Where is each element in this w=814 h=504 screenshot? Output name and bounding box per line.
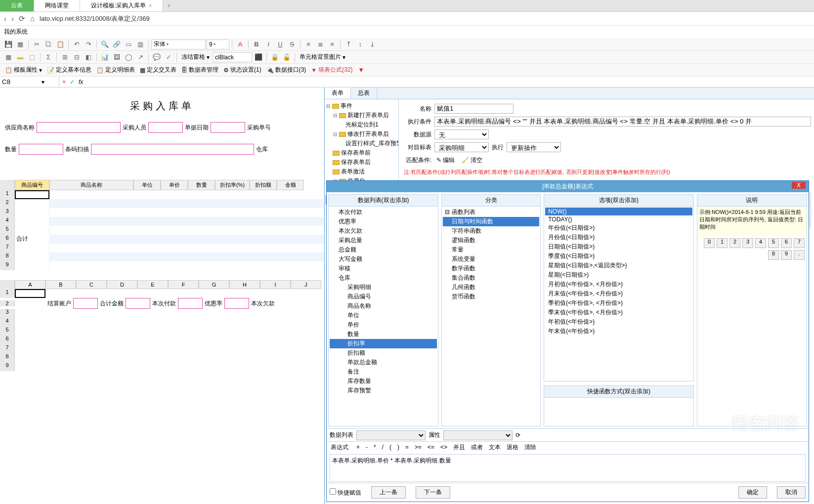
cell[interactable]	[15, 199, 49, 208]
col-header[interactable]: B	[45, 280, 76, 289]
tree-node[interactable]: 表单激活	[326, 167, 397, 176]
list-item[interactable]: 货币函数	[443, 292, 539, 301]
tree-root[interactable]: ⊟事件	[326, 101, 397, 111]
tree-node[interactable]: ⊟修改打开表单后	[326, 129, 397, 139]
def-detail-button[interactable]: 📋定义明细表	[94, 65, 137, 75]
next-button[interactable]: 下一条	[416, 486, 450, 499]
cell[interactable]	[15, 261, 49, 270]
tmpl-props-button[interactable]: 📋模板属性▾	[3, 65, 44, 75]
undo-icon[interactable]: ↶	[71, 40, 82, 49]
paste-icon[interactable]: 📋	[55, 40, 66, 49]
cancel-button[interactable]: 取消	[777, 486, 806, 499]
buyer-field[interactable]	[148, 122, 183, 133]
list-item[interactable]: 数量	[330, 330, 437, 339]
row-bg[interactable]	[49, 199, 324, 208]
list-item[interactable]: 季末值(<年份值>, <月份值>)	[545, 308, 692, 317]
row-bg[interactable]	[49, 244, 324, 252]
list-item[interactable]: 折扣额	[330, 348, 437, 358]
freeze-button[interactable]: 冻结窗格▾	[179, 52, 212, 62]
list-item[interactable]: 月份值(<日期值>)	[545, 233, 692, 242]
numpad-button[interactable]: 9	[781, 250, 792, 260]
link-icon[interactable]: 🔗	[111, 40, 122, 49]
row-bg[interactable]	[15, 309, 324, 318]
list-item[interactable]: 采购明细	[330, 283, 437, 292]
list-item[interactable]: 集合函数	[443, 273, 539, 283]
cell[interactable]	[15, 217, 49, 226]
list-item[interactable]: 单位	[330, 311, 437, 320]
size-select[interactable]: 9▾	[207, 40, 229, 49]
row-bg[interactable]	[15, 362, 324, 371]
list-item[interactable]: 数学函数	[443, 264, 539, 273]
active-cell[interactable]	[15, 289, 45, 298]
lock-icon[interactable]: 🔒	[269, 52, 280, 62]
op-button[interactable]: 清除	[524, 444, 536, 451]
list-item[interactable]: 审核	[330, 264, 437, 273]
row-bg[interactable]	[15, 336, 324, 344]
border-icon[interactable]: ▦	[3, 52, 14, 62]
list-item[interactable]: 几何函数	[443, 283, 539, 292]
discount-field[interactable]	[224, 298, 249, 309]
comment-icon[interactable]: 💬	[151, 52, 162, 62]
row-bg[interactable]	[49, 235, 324, 244]
row-header[interactable]: 7	[0, 244, 15, 252]
op-button[interactable]: =	[405, 444, 409, 451]
cond-input[interactable]	[434, 117, 811, 126]
row-header[interactable]: 2	[0, 199, 15, 208]
date-field[interactable]	[211, 122, 245, 133]
more-icon[interactable]: ▼	[356, 65, 367, 75]
numpad-button[interactable]: 8	[768, 250, 779, 260]
op-button[interactable]: *	[374, 444, 376, 451]
list-item[interactable]: 单款总金额	[330, 358, 437, 367]
op-button[interactable]: +	[356, 444, 360, 451]
list-item[interactable]: 日期与时间函数	[443, 217, 539, 226]
list-item[interactable]: 采购总量	[330, 236, 437, 245]
row-bg[interactable]	[49, 252, 324, 261]
align-right-icon[interactable]: ≡	[327, 40, 338, 49]
row-header[interactable]: 1	[0, 289, 15, 298]
tab-class[interactable]: 网络课堂	[34, 0, 80, 11]
row-header[interactable]: 9	[0, 362, 15, 371]
cell[interactable]	[15, 208, 49, 217]
row-header[interactable]: 8	[0, 353, 15, 362]
row-bg[interactable]	[15, 327, 324, 336]
data-mgr-button[interactable]: 🗄数据表管理	[179, 65, 220, 75]
cell[interactable]	[15, 252, 49, 261]
validate-icon[interactable]: ✓	[163, 52, 174, 62]
cell-name-input[interactable]	[2, 78, 42, 85]
numpad-button[interactable]: 1	[717, 238, 728, 248]
list-item[interactable]: 逻辑函数	[443, 236, 539, 245]
row-header[interactable]: 6	[0, 336, 15, 344]
list-item[interactable]: 库存数量	[330, 377, 437, 386]
split-icon[interactable]: ▥	[135, 40, 146, 49]
valign-mid-icon[interactable]: ↕	[355, 40, 366, 49]
list-item[interactable]: 大写金额	[330, 254, 437, 264]
save-icon[interactable]: 💾	[3, 40, 14, 49]
tree-root[interactable]: ⊟ 函数列表	[443, 208, 539, 217]
clear-button[interactable]: 🧹清空	[460, 155, 484, 166]
active-cell[interactable]	[15, 190, 49, 199]
list-item[interactable]: 折扣率	[330, 339, 437, 348]
bold-icon[interactable]: B	[251, 40, 262, 49]
settle-field[interactable]	[73, 298, 98, 309]
col-header[interactable]: 金额	[277, 180, 304, 190]
col-header[interactable]: 单价	[161, 180, 188, 190]
row-header[interactable]: 4	[0, 217, 15, 226]
list-item[interactable]: 商品编号	[330, 292, 437, 301]
valign-top-icon[interactable]: ⤒	[343, 40, 354, 49]
tab-template[interactable]: 设计模板:采购入库单×	[80, 0, 163, 11]
op-button[interactable]: 或者	[471, 444, 483, 451]
tab-cloud[interactable]: 云表	[0, 0, 34, 11]
row-bg[interactable]	[49, 261, 324, 270]
hide-icon[interactable]: ◧	[83, 52, 94, 62]
list-item[interactable]: 总金额	[330, 245, 437, 254]
accept-fx-icon[interactable]: ✓	[70, 79, 75, 85]
list-item[interactable]: 季初值(<年份值>, <月份值>)	[545, 298, 692, 308]
image-icon[interactable]: 🖼	[111, 52, 122, 62]
row-header[interactable]: 5	[0, 327, 15, 336]
row-header[interactable]: 3	[0, 208, 15, 217]
def-cross-button[interactable]: ▦定义交叉表	[138, 65, 178, 75]
def-basic-button[interactable]: 📝定义基本信息	[45, 65, 93, 75]
expression-textarea[interactable]: 本表单.采购明细.单价 * 本表单.采购明细.数量	[330, 454, 806, 482]
nav-home-icon[interactable]: ⌂	[30, 14, 35, 23]
qty-field[interactable]	[19, 144, 63, 155]
